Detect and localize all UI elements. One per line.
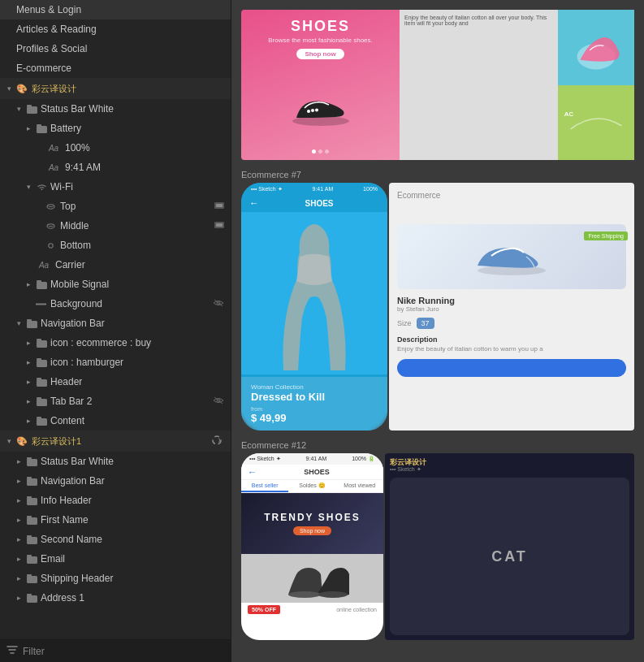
sidebar-item-icon-hamburger[interactable]: icon : hamburger	[0, 353, 231, 372]
ecomm12-label: Ecommerce #12	[241, 437, 634, 453]
group-caiyun-1[interactable]: 🎨 彩云译设计	[0, 78, 231, 99]
line-layer-icon	[36, 298, 47, 309]
svg-rect-58	[558, 97, 634, 148]
sidebar-item-icon-ecomm-buy[interactable]: icon : ecommerce : buy	[0, 333, 231, 353]
svg-rect-33	[27, 459, 37, 466]
folder-arrow	[13, 514, 24, 526]
sidebar-item-first-name[interactable]: First Name	[0, 510, 231, 530]
shoe-cta[interactable]: Shop now	[296, 49, 344, 59]
folder-icon	[26, 318, 37, 329]
svg-rect-38	[27, 496, 32, 499]
sidebar-item-battery[interactable]: Battery	[0, 119, 231, 138]
eye-slash-icon[interactable]	[213, 396, 224, 406]
ecomm12-phone: ••• Sketch ✦ 9:41 AM 100% 🔋 ← SHOES Best…	[241, 453, 383, 640]
text-aa-icon: Aa	[45, 142, 62, 154]
svg-point-63	[318, 591, 348, 598]
back-arrow-2: ←	[248, 467, 257, 477]
sidebar-item-label: 9:41 AM	[65, 162, 224, 173]
sidebar-item-second-name[interactable]: Second Name	[0, 530, 231, 549]
sidebar-item-navigation-bar[interactable]: Navigation Bar	[0, 314, 231, 333]
color-block-green: AC	[558, 85, 634, 161]
svg-rect-20	[37, 340, 47, 348]
group-label: 彩云译设计1	[32, 435, 211, 448]
sidebar-item-label: Bottom	[60, 240, 224, 251]
group-caiyun-2[interactable]: 🎨 彩云译设计1	[0, 431, 231, 452]
sidebar-item-middle[interactable]: Middle	[0, 216, 231, 236]
svg-rect-31	[37, 417, 41, 419]
sidebar-item-bottom[interactable]: Bottom	[0, 236, 231, 255]
folder-arrow	[23, 123, 34, 134]
sidebar-item-label: Second Name	[41, 534, 224, 545]
status-sketch: ••• Sketch ✦	[251, 186, 283, 193]
folder-icon	[26, 495, 37, 506]
svg-rect-3	[37, 124, 41, 127]
tab-soldes[interactable]: Soldes 😊	[288, 480, 335, 492]
sidebar-item-articles-reading[interactable]: Articles & Reading	[0, 19, 231, 39]
phone-status-bar: ••• Sketch ✦ 9:41 AM 100%	[241, 183, 387, 194]
status-battery-2: 100% 🔋	[352, 456, 375, 462]
sidebar-item-wifi[interactable]: Wi-Fi	[0, 177, 231, 197]
folder-icon	[36, 396, 47, 407]
sidebar-item-label: Status Bar White	[41, 456, 224, 467]
sidebar-item-content[interactable]: Content	[0, 411, 231, 431]
svg-point-55	[315, 109, 318, 112]
sidebar-item-menus-login[interactable]: Menus & Login	[0, 0, 231, 19]
trendy-cta[interactable]: Shop now	[293, 526, 331, 535]
size-label: Size	[397, 319, 412, 327]
folder-icon	[26, 553, 37, 565]
nike-cta-button[interactable]	[397, 359, 626, 377]
svg-rect-41	[27, 537, 37, 544]
folder-icon	[26, 475, 37, 487]
cat-label: CAT	[491, 548, 528, 565]
phone-nav-2: ← SHOES	[241, 465, 383, 480]
sidebar[interactable]: Menus & Login Articles & Reading Profile…	[0, 0, 231, 662]
svg-rect-39	[27, 517, 37, 525]
layer-badge	[214, 201, 224, 211]
dots-indicator	[241, 149, 400, 154]
sidebar-item-info-header[interactable]: Info Header	[0, 491, 231, 510]
sidebar-item-mobile-signal[interactable]: Mobile Signal	[0, 275, 231, 294]
tab-best-seller[interactable]: Best seller	[241, 480, 288, 492]
sidebar-item-ecommerce[interactable]: E-commerce	[0, 58, 231, 78]
sidebar-item-tab-bar-2[interactable]: Tab Bar 2	[0, 392, 231, 411]
sidebar-item-top[interactable]: Top	[0, 197, 231, 216]
tab-most-viewed[interactable]: Most viewed	[336, 480, 383, 492]
wifi-icon	[36, 181, 47, 193]
folder-arrow	[13, 592, 24, 604]
layer-icon	[45, 240, 57, 251]
ecomm7-label: Ecommerce #7	[241, 167, 634, 183]
sidebar-item-background[interactable]: Background	[0, 294, 231, 314]
svg-rect-30	[37, 418, 47, 426]
online-label: online collection	[336, 607, 377, 612]
sidebar-item-status-bar-white-1[interactable]: Status Bar White	[0, 99, 231, 119]
nav-title: SHOES	[259, 199, 379, 208]
svg-rect-46	[27, 574, 32, 577]
svg-rect-40	[27, 516, 32, 518]
folder-arrow	[23, 279, 34, 290]
sidebar-item-carrier[interactable]: Aa Carrier	[0, 255, 231, 275]
status-battery: 100%	[363, 186, 378, 193]
sidebar-item-shipping-header[interactable]: Shipping Header	[0, 569, 231, 588]
sidebar-item-941am[interactable]: Aa 9:41 AM	[0, 158, 231, 177]
canvas-row-1: SHOES Browse the most fashionable shoes.…	[241, 10, 634, 160]
sidebar-item-navigation-bar-2[interactable]: Navigation Bar	[0, 471, 231, 491]
woman-title: Dressed to Kill	[251, 391, 378, 404]
phone-nav: ← SHOES	[241, 194, 387, 212]
sidebar-item-status-bar-white-2[interactable]: Status Bar White	[0, 452, 231, 471]
spinning-icon	[211, 435, 223, 448]
svg-rect-44	[27, 555, 32, 557]
sale-row: 50% OFF online collection	[241, 603, 383, 617]
eye-slash-icon[interactable]	[213, 299, 224, 309]
sidebar-item-address-1[interactable]: Address 1	[0, 588, 231, 608]
sidebar-item-100pct[interactable]: Aa 100%	[0, 138, 231, 158]
folder-icon	[36, 123, 47, 134]
text-aa-icon: Aa	[45, 162, 62, 173]
sidebar-item-email[interactable]: Email	[0, 549, 231, 569]
layer-icon	[45, 220, 57, 231]
folder-arrow	[23, 415, 34, 426]
sidebar-item-label: Wi-Fi	[50, 181, 224, 193]
folder-arrow	[23, 337, 34, 348]
sidebar-item-profiles-social[interactable]: Profiles & Social	[0, 39, 231, 58]
collection-label: Woman Collection	[251, 383, 378, 391]
sidebar-item-header[interactable]: Header	[0, 372, 231, 392]
